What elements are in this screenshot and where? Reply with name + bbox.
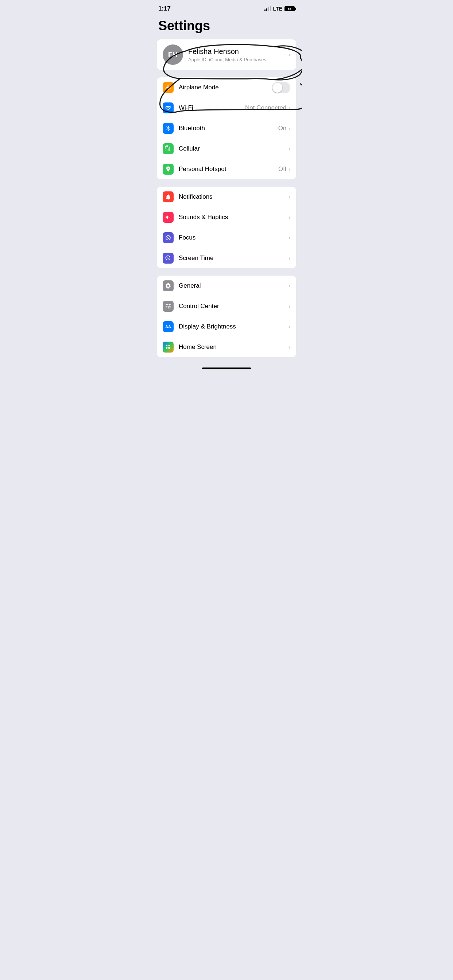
airplane-mode-toggle[interactable] bbox=[272, 82, 290, 93]
page-title: Settings bbox=[151, 15, 302, 40]
airplane-mode-icon bbox=[163, 82, 174, 93]
focus-icon bbox=[163, 232, 174, 243]
bluetooth-label: Bluetooth bbox=[179, 125, 278, 132]
profile-info: Felisha Henson Apple ID, iCloud, Media &… bbox=[188, 48, 289, 62]
wifi-value: Not Connected bbox=[245, 104, 286, 111]
cellular-chevron: › bbox=[289, 146, 290, 152]
wifi-label: Wi-Fi bbox=[179, 104, 245, 111]
cellular-row[interactable]: Cellular › bbox=[157, 138, 296, 159]
airplane-mode-label: Airplane Mode bbox=[179, 84, 272, 91]
hotspot-icon bbox=[163, 164, 174, 175]
signal-bars bbox=[265, 6, 271, 11]
avatar: FH bbox=[163, 45, 183, 65]
hotspot-value: Off bbox=[278, 165, 286, 173]
battery: 86 bbox=[284, 6, 295, 11]
profile-subtitle: Apple ID, iCloud, Media & Purchases bbox=[188, 57, 289, 62]
screen-time-chevron: › bbox=[289, 255, 290, 261]
control-center-chevron: › bbox=[289, 303, 290, 309]
connectivity-section: Airplane Mode Wi-Fi Not Connected › bbox=[157, 77, 296, 180]
profile-row[interactable]: FH Felisha Henson Apple ID, iCloud, Medi… bbox=[157, 40, 296, 70]
focus-chevron: › bbox=[289, 235, 290, 240]
signal-bar-4 bbox=[270, 6, 271, 11]
sounds-label: Sounds & Haptics bbox=[179, 214, 289, 221]
screen-time-icon bbox=[163, 253, 174, 264]
home-screen-label: Home Screen bbox=[179, 344, 289, 351]
profile-name: Felisha Henson bbox=[188, 48, 289, 56]
hotspot-chevron: › bbox=[289, 166, 290, 172]
cellular-label: Cellular bbox=[179, 145, 289, 153]
signal-bar-3 bbox=[268, 7, 269, 11]
focus-row[interactable]: Focus › bbox=[157, 228, 296, 248]
control-center-label: Control Center bbox=[179, 302, 289, 310]
focus-label: Focus bbox=[179, 234, 289, 241]
notifications-row[interactable]: Notifications › bbox=[157, 187, 296, 207]
profile-chevron: › bbox=[289, 52, 290, 57]
display-brightness-label: Display & Brightness bbox=[179, 323, 289, 330]
control-center-row[interactable]: Control Center › bbox=[157, 296, 296, 317]
general-label: General bbox=[179, 282, 289, 290]
home-bar bbox=[202, 368, 251, 369]
status-bar: 1:17 LTE 86 bbox=[151, 0, 302, 15]
hotspot-row[interactable]: Personal Hotspot Off › bbox=[157, 159, 296, 180]
signal-bar-2 bbox=[266, 8, 267, 11]
battery-level: 86 bbox=[288, 7, 292, 11]
lte-label: LTE bbox=[273, 6, 282, 12]
cellular-icon bbox=[163, 143, 174, 154]
notifications-icon bbox=[163, 191, 174, 202]
bluetooth-value: On bbox=[278, 125, 287, 132]
battery-body: 86 bbox=[284, 6, 295, 11]
home-screen-icon bbox=[163, 342, 174, 353]
hotspot-label: Personal Hotspot bbox=[179, 165, 278, 173]
home-indicator bbox=[151, 364, 302, 371]
general-chevron: › bbox=[289, 283, 290, 289]
wifi-chevron: › bbox=[289, 105, 290, 111]
general-icon bbox=[163, 280, 174, 291]
profile-section: FH Felisha Henson Apple ID, iCloud, Medi… bbox=[157, 40, 296, 70]
display-brightness-row[interactable]: AA Display & Brightness › bbox=[157, 317, 296, 337]
home-screen-row[interactable]: Home Screen › bbox=[157, 337, 296, 357]
bluetooth-chevron: › bbox=[289, 126, 290, 131]
sounds-chevron: › bbox=[289, 215, 290, 220]
display-brightness-icon: AA bbox=[163, 321, 174, 332]
status-right: LTE 86 bbox=[265, 6, 295, 12]
home-screen-chevron: › bbox=[289, 344, 290, 350]
screen-time-label: Screen Time bbox=[179, 255, 289, 262]
wifi-icon bbox=[163, 102, 174, 113]
notification-section: Notifications › Sounds & Haptics › Focus… bbox=[157, 187, 296, 268]
bluetooth-row[interactable]: Bluetooth On › bbox=[157, 118, 296, 138]
screen-time-row[interactable]: Screen Time › bbox=[157, 248, 296, 268]
status-time: 1:17 bbox=[158, 5, 171, 13]
notifications-label: Notifications bbox=[179, 193, 289, 200]
control-center-icon bbox=[163, 301, 174, 312]
sounds-row[interactable]: Sounds & Haptics › bbox=[157, 207, 296, 228]
signal-bar-1 bbox=[265, 10, 266, 11]
airplane-mode-toggle-thumb bbox=[273, 83, 282, 92]
airplane-mode-row[interactable]: Airplane Mode bbox=[157, 77, 296, 98]
general-section: General › Control Center › AA Display & … bbox=[157, 275, 296, 357]
display-brightness-chevron: › bbox=[289, 324, 290, 329]
notifications-chevron: › bbox=[289, 194, 290, 200]
general-row[interactable]: General › bbox=[157, 275, 296, 296]
bluetooth-icon bbox=[163, 123, 174, 134]
wifi-row[interactable]: Wi-Fi Not Connected › bbox=[157, 98, 296, 118]
sounds-icon bbox=[163, 212, 174, 223]
